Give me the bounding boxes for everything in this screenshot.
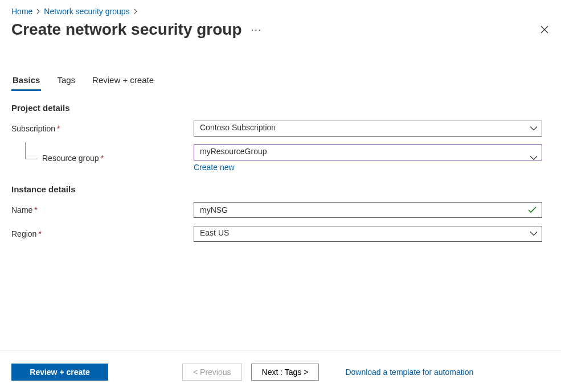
name-input[interactable] (194, 202, 542, 218)
row-subscription: Subscription * Contoso Subscription (11, 121, 550, 137)
breadcrumb-home[interactable]: Home (11, 7, 32, 16)
title-row: Create network security group ··· (0, 18, 561, 43)
tab-basics[interactable]: Basics (11, 71, 41, 90)
create-new-resource-group-link[interactable]: Create new (194, 163, 235, 172)
chevron-right-icon (133, 9, 138, 14)
row-name: Name * (11, 202, 550, 218)
footer: Review + create < Previous Next : Tags >… (0, 350, 561, 392)
subscription-select[interactable]: Contoso Subscription (194, 121, 542, 137)
name-label: Name (11, 205, 32, 214)
page-title: Create network security group (11, 20, 242, 39)
tabs: Basics Tags Review + create (0, 71, 561, 90)
download-template-link[interactable]: Download a template for automation (345, 368, 473, 377)
region-select[interactable]: East US (194, 226, 542, 242)
review-create-button[interactable]: Review + create (11, 364, 108, 381)
breadcrumb-nsg[interactable]: Network security groups (44, 7, 129, 16)
next-button[interactable]: Next : Tags > (251, 364, 320, 381)
required-indicator: * (38, 229, 41, 238)
section-title-instance: Instance details (11, 184, 550, 194)
chevron-right-icon (36, 9, 40, 14)
subscription-label: Subscription (11, 124, 55, 133)
previous-button: < Previous (182, 364, 242, 381)
required-indicator: * (57, 124, 60, 133)
row-resource-group: Resource group * myResourceGroup Create … (11, 145, 550, 172)
resource-group-select[interactable]: myResourceGroup (194, 145, 542, 160)
section-title-project: Project details (11, 103, 550, 113)
section-instance-details: Instance details Name * Region * East US (0, 184, 561, 242)
tree-connector-icon (25, 142, 38, 159)
tab-review-create[interactable]: Review + create (91, 71, 155, 90)
close-icon[interactable] (539, 24, 550, 35)
section-project-details: Project details Subscription * Contoso S… (0, 103, 561, 172)
tab-tags[interactable]: Tags (56, 71, 76, 90)
required-indicator: * (34, 205, 37, 214)
breadcrumb: Home Network security groups (0, 0, 561, 18)
required-indicator: * (101, 154, 104, 163)
row-region: Region * East US (11, 226, 550, 242)
resource-group-label: Resource group (42, 154, 99, 163)
region-label: Region (11, 229, 36, 238)
more-actions-icon[interactable]: ··· (251, 23, 262, 36)
